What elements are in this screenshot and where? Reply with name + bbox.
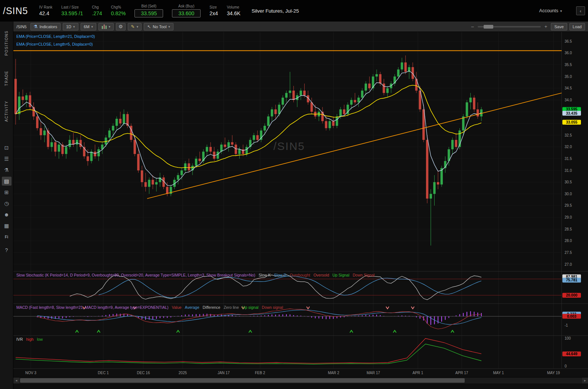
zoom-slider[interactable] bbox=[478, 26, 541, 27]
chevron-down-icon: ▾ bbox=[73, 25, 75, 29]
watchlist-icon[interactable]: ☰ bbox=[2, 154, 12, 163]
svg-text:APR 1: APR 1 bbox=[413, 371, 423, 375]
field-value: 0.82% bbox=[111, 10, 126, 16]
up-signal-arrow bbox=[350, 330, 353, 333]
candle bbox=[336, 117, 338, 126]
up-signal-arrow bbox=[249, 330, 252, 333]
candle bbox=[108, 131, 111, 138]
monitor-icon[interactable]: ⊡ bbox=[2, 143, 12, 152]
chart-canvas[interactable]: NOV 3DEC 1DEC 162025JAN 17FEB 2MAR 2MAR … bbox=[13, 32, 588, 377]
candle bbox=[285, 93, 287, 98]
chevron-down-icon: ▾ bbox=[137, 25, 139, 29]
tab-trade[interactable]: TRADE bbox=[4, 71, 9, 86]
sidebar-icon-column: ⊡ ☰ ⚗ ▤ ⊞ ◷ ☻ ▦ Fi ? bbox=[0, 143, 13, 255]
candle bbox=[354, 100, 356, 102]
community-icon[interactable]: ☻ bbox=[2, 210, 12, 219]
candle bbox=[340, 109, 342, 117]
candle bbox=[119, 119, 121, 124]
field-label: Chg% bbox=[111, 5, 126, 9]
zoom-out-button[interactable]: – bbox=[470, 24, 475, 29]
ask-price[interactable]: 33.600 bbox=[172, 9, 201, 17]
scan-icon[interactable]: ⊞ bbox=[2, 188, 12, 197]
chart-type-dropdown[interactable]: ▾ bbox=[98, 23, 114, 30]
field-chg-pct: Chg% 0.82% bbox=[111, 5, 126, 16]
candle bbox=[343, 109, 345, 114]
chart-toolbar: /SIN5 ⚗ Indicators 1D ▾ 6M ▾ ▾ ⚙ ✎ ▾ ↖ N… bbox=[13, 22, 588, 32]
svg-text:35.5: 35.5 bbox=[565, 63, 572, 67]
candle bbox=[25, 95, 27, 100]
top-bar: /SIN5 IV Rank 42.4 Last / Size 33.595 /1… bbox=[0, 0, 588, 22]
chart-scrollbar[interactable]: ◄ ► bbox=[13, 377, 588, 383]
candle bbox=[137, 154, 139, 170]
trading-platform: /SIN5 IV Rank 42.4 Last / Size 33.595 /1… bbox=[0, 0, 588, 389]
save-button[interactable]: Save bbox=[551, 23, 567, 30]
bid-sell-button[interactable]: Bid (Sell) 33.595 bbox=[134, 4, 163, 17]
scrollbar-track[interactable] bbox=[19, 377, 582, 383]
chart-area: NOV 3DEC 1DEC 162025JAN 17FEB 2MAR 2MAR … bbox=[13, 32, 588, 389]
candle bbox=[455, 140, 457, 147]
field-label: Ask (Buy) bbox=[178, 4, 194, 8]
analyze-icon[interactable]: ⚗ bbox=[2, 166, 12, 174]
help-icon[interactable]: ? bbox=[2, 246, 12, 255]
tab-activity[interactable]: ACTIVITY bbox=[4, 101, 9, 122]
indicators-label: Indicators bbox=[39, 24, 57, 29]
svg-text:31.5: 31.5 bbox=[565, 157, 572, 161]
svg-text:100: 100 bbox=[565, 336, 571, 340]
load-button[interactable]: Load bbox=[569, 23, 585, 30]
candle bbox=[217, 152, 219, 159]
scroll-right-button[interactable]: ► bbox=[582, 377, 588, 383]
chart-settings-button[interactable]: ⚙ bbox=[116, 23, 126, 30]
down-signal-arrow bbox=[306, 307, 309, 309]
accounts-dropdown[interactable]: Accounts ▾ bbox=[539, 8, 562, 13]
active-tool-label: No Tool bbox=[153, 24, 166, 29]
bid-price[interactable]: 33.595 bbox=[134, 9, 163, 17]
chart-symbol-label: /SIN5 bbox=[16, 24, 27, 29]
candle bbox=[433, 182, 435, 194]
candle bbox=[94, 152, 96, 157]
svg-text:APR 17: APR 17 bbox=[455, 371, 468, 375]
axis-badge: 33.055 bbox=[562, 120, 581, 125]
svg-text:27.5: 27.5 bbox=[565, 251, 572, 255]
tab-positions[interactable]: POSITIONS bbox=[4, 30, 9, 56]
field-value: 33.595 /1 bbox=[61, 10, 83, 16]
candle bbox=[134, 140, 136, 154]
macd-average-line bbox=[37, 310, 481, 324]
calendar-icon[interactable]: ▦ bbox=[2, 221, 12, 230]
charts-icon[interactable]: ▤ bbox=[2, 177, 12, 186]
field-volume: Volume 34.6K bbox=[227, 5, 241, 16]
candle bbox=[209, 147, 212, 152]
candles-layer bbox=[14, 55, 483, 245]
candle bbox=[224, 145, 226, 147]
history-icon[interactable]: ◷ bbox=[2, 199, 12, 208]
down-signal-arrow bbox=[241, 307, 244, 309]
timeframe-dropdown[interactable]: 1D ▾ bbox=[63, 23, 78, 30]
macd-histogram bbox=[37, 311, 481, 325]
candle bbox=[195, 158, 197, 166]
ask-buy-button[interactable]: Ask (Buy) 33.600 bbox=[172, 4, 201, 17]
candle bbox=[466, 102, 468, 117]
svg-text:FEB 2: FEB 2 bbox=[255, 371, 265, 375]
drawing-tools-dropdown[interactable]: ✎ ▾ bbox=[128, 23, 142, 30]
candle bbox=[328, 121, 331, 128]
financials-icon[interactable]: Fi bbox=[2, 232, 12, 241]
candle bbox=[116, 119, 118, 126]
field-chg: Chg .274 bbox=[92, 5, 102, 16]
svg-text:33.435: 33.435 bbox=[566, 111, 578, 115]
chevron-down-icon: ▾ bbox=[168, 25, 170, 29]
svg-text:28.0: 28.0 bbox=[565, 239, 572, 243]
candle bbox=[238, 149, 240, 154]
zoom-slider-handle[interactable] bbox=[484, 25, 493, 29]
ascending-trendline[interactable] bbox=[147, 93, 562, 199]
active-tool-dropdown[interactable]: ↖ No Tool ▾ bbox=[144, 23, 173, 30]
candle bbox=[199, 158, 201, 161]
collapse-panel-button[interactable]: ‹ bbox=[576, 6, 585, 15]
svg-text:33.055: 33.055 bbox=[566, 120, 578, 124]
svg-text:31.0: 31.0 bbox=[565, 169, 572, 173]
zoom-in-button[interactable]: + bbox=[543, 24, 549, 29]
ivr-high-line bbox=[16, 339, 481, 363]
scroll-left-button[interactable]: ◄ bbox=[13, 377, 19, 383]
candle bbox=[188, 163, 190, 170]
indicators-button[interactable]: ⚗ Indicators bbox=[30, 23, 61, 30]
scrollbar-handle[interactable] bbox=[20, 378, 465, 383]
range-dropdown[interactable]: 6M ▾ bbox=[81, 23, 97, 30]
